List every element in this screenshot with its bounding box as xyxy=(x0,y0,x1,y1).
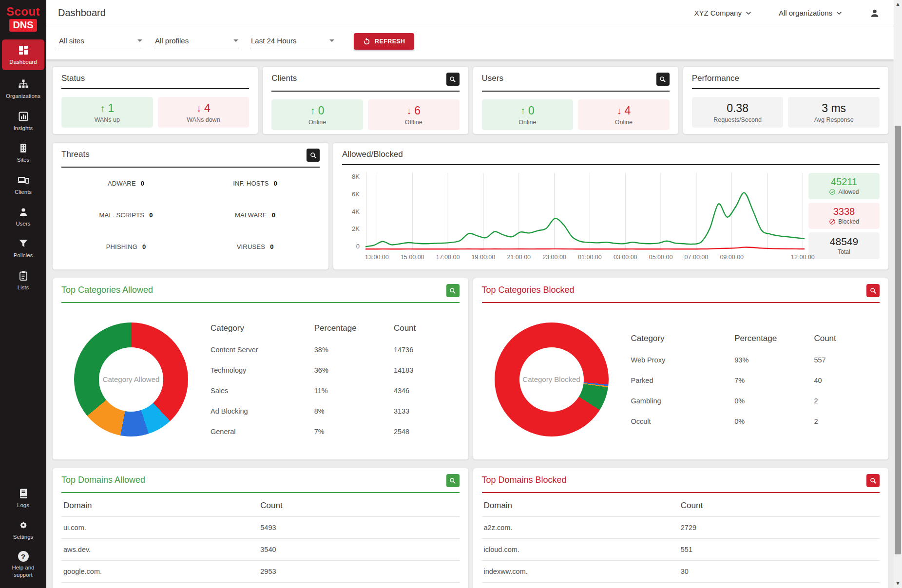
refresh-icon xyxy=(363,38,371,46)
x-tick-label: 21:00:00 xyxy=(507,254,531,261)
status-row: Status ↑1 WANs up ↓4 WANs down xyxy=(52,66,889,134)
help-icon: ? xyxy=(18,551,29,562)
refresh-label: REFRESH xyxy=(375,38,405,45)
y-axis-labels: 8K6K 4K2K 0 xyxy=(342,173,362,250)
x-tick-label: 15:00:00 xyxy=(401,254,424,261)
sidebar-item-label: Users xyxy=(16,220,30,227)
sidebar-item-settings[interactable]: Settings xyxy=(0,514,46,546)
dashboard-grid-icon xyxy=(18,44,29,56)
allowed-total-tile: 45211 Allowed xyxy=(808,173,880,199)
search-icon xyxy=(309,152,317,159)
card-title: Allowed/Blocked xyxy=(342,150,403,159)
categories-allowed-search-button[interactable] xyxy=(446,284,460,297)
avg-response-stat: 3 ms Avg Response xyxy=(788,97,880,128)
sidebar-item-label: Dashboard xyxy=(9,58,37,65)
top-domains-allowed-card: Top Domains Allowed DomainCount xyxy=(52,468,469,588)
total-tile: 48549 Total xyxy=(808,232,880,259)
top-domains-blocked-card: Top Domains Blocked DomainCount xyxy=(473,468,889,588)
search-icon xyxy=(449,477,457,485)
sites-select[interactable]: All sites xyxy=(58,34,143,49)
x-tick-label: 19:00:00 xyxy=(472,254,496,261)
insights-chart-icon xyxy=(18,111,29,122)
donut-center-label: Category Blocked xyxy=(522,375,580,383)
threats-card: Threats ADWARE0 INF. xyxy=(52,142,329,270)
threat-adware: ADWARE0 xyxy=(61,180,191,187)
status-card: Status ↑1 WANs up ↓4 WANs down xyxy=(52,66,258,134)
sidebar-item-dashboard[interactable]: Dashboard xyxy=(2,39,44,70)
x-tick-label: 17:00:00 xyxy=(436,254,460,261)
users-search-button[interactable] xyxy=(656,73,670,86)
down-arrow-icon: ↓ xyxy=(406,105,411,116)
header-controls: XYZ Company All organizations xyxy=(694,8,880,19)
x-axis-labels: 13:00:0015:00:0017:00:0019:00:0021:00:00… xyxy=(365,254,805,266)
company-selector[interactable]: XYZ Company xyxy=(694,9,752,17)
clients-card: Clients ↑0 Online xyxy=(262,66,468,134)
sidebar-item-label: Settings xyxy=(13,533,34,540)
card-title: Threats xyxy=(61,150,90,159)
stat-label: Avg Response xyxy=(791,116,877,123)
x-tick-label: 05:00:00 xyxy=(649,254,673,261)
domains-blocked-table: DomainCount a2z.com.2729 icloud.com.551 … xyxy=(482,495,880,583)
threats-grid: ADWARE0 INF. HOSTS0 MAL. SCRIPTS0 MALWAR… xyxy=(61,168,320,263)
page-title: Dashboard xyxy=(58,7,106,19)
down-arrow-icon: ↓ xyxy=(617,105,622,116)
scrollbar-thumb[interactable] xyxy=(895,126,901,554)
x-tick-label: 13:00:00 xyxy=(365,254,389,261)
building-icon xyxy=(18,142,29,154)
scroll-down-icon[interactable]: ▼ xyxy=(894,580,902,586)
domains-blocked-search-button[interactable] xyxy=(866,474,880,487)
x-tick-label: 09:00:00 xyxy=(720,254,744,261)
chevron-down-icon xyxy=(835,9,843,17)
top-categories-blocked-card: Top Categories Blocked Category Blocked xyxy=(473,278,889,460)
card-title: Status xyxy=(61,74,85,83)
wans-up-stat: ↑1 WANs up xyxy=(61,97,153,128)
top-categories-allowed-card: Top Categories Allowed Category Allowed xyxy=(52,278,469,460)
users-offline-stat: ↓4 Online xyxy=(578,99,670,130)
sidebar-item-sites[interactable]: Sites xyxy=(0,137,46,169)
logo-scout-text: Scout xyxy=(2,5,44,19)
search-icon xyxy=(869,477,877,485)
gear-icon xyxy=(18,519,29,531)
person-icon xyxy=(18,206,29,218)
stat-label: Online xyxy=(485,119,571,126)
domains-allowed-table: DomainCount ui.com.5493 aws.dev.3540 goo… xyxy=(61,495,460,583)
categories-blocked-table: CategoryPercentageCount Web Proxy93%557 … xyxy=(631,334,873,425)
organizations-icon xyxy=(18,78,29,90)
categories-row: Top Categories Allowed Category Allowed xyxy=(52,278,889,460)
sidebar-item-logs[interactable]: Logs xyxy=(0,482,46,514)
company-name: XYZ Company xyxy=(694,9,742,17)
scroll-up-icon[interactable]: ▲ xyxy=(894,1,902,7)
section-title: Top Domains Allowed xyxy=(61,475,145,485)
sidebar-item-policies[interactable]: Policies xyxy=(0,232,46,264)
sidebar-item-help[interactable]: ? Help and support xyxy=(0,546,46,588)
refresh-button[interactable]: REFRESH xyxy=(354,33,414,50)
organization-selector[interactable]: All organizations xyxy=(779,9,843,17)
book-icon xyxy=(18,488,29,499)
threat-phishing: PHISHING0 xyxy=(61,243,191,250)
clients-online-stat: ↑0 Online xyxy=(271,99,363,130)
requests-per-second-stat: 0.38 Requests/Second xyxy=(692,97,784,128)
sidebar-item-lists[interactable]: Lists xyxy=(0,265,46,296)
sidebar-item-users[interactable]: Users xyxy=(0,201,46,232)
sidebar-item-organizations[interactable]: Organizations xyxy=(0,73,46,105)
categories-blocked-search-button[interactable] xyxy=(866,284,880,297)
clients-search-button[interactable] xyxy=(446,73,460,86)
funnel-icon xyxy=(18,238,29,249)
scoutdns-logo[interactable]: Scout DNS xyxy=(0,0,46,38)
up-arrow-icon: ↑ xyxy=(520,105,525,116)
x-tick-label: 23:00:00 xyxy=(542,254,566,261)
profiles-select-value: All profiles xyxy=(155,37,189,45)
profiles-select[interactable]: All profiles xyxy=(154,34,239,49)
threats-search-button[interactable] xyxy=(307,149,320,162)
vertical-scrollbar[interactable]: ▲ ▼ xyxy=(894,0,902,588)
card-title: Clients xyxy=(271,74,297,83)
stat-label: Online xyxy=(274,119,360,126)
account-icon[interactable] xyxy=(869,8,880,19)
sidebar-item-insights[interactable]: Insights xyxy=(0,105,46,137)
page: Dashboard XYZ Company All organizations xyxy=(46,0,894,588)
sidebar-item-label: Lists xyxy=(18,284,29,291)
stat-label: WANs down xyxy=(161,116,247,123)
domains-allowed-search-button[interactable] xyxy=(446,474,460,487)
sidebar-item-clients[interactable]: Clients xyxy=(0,169,46,201)
time-range-select[interactable]: Last 24 Hours xyxy=(250,34,335,49)
